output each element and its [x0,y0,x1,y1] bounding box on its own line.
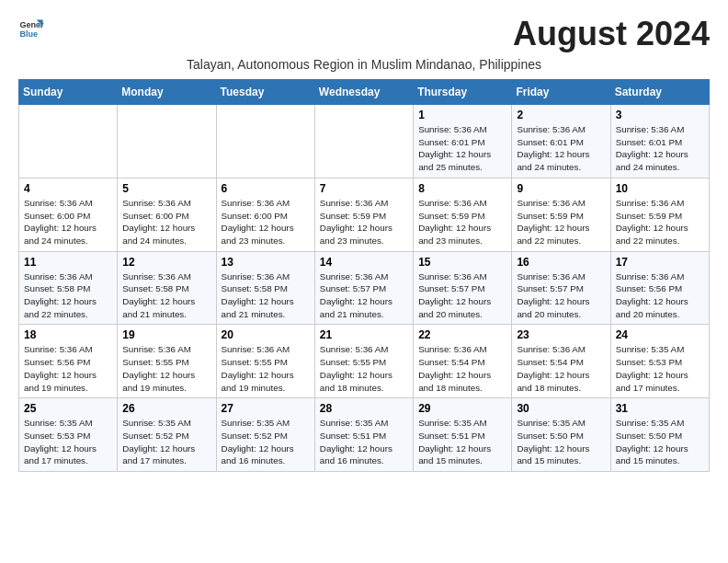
day-info: Sunrise: 5:36 AM Sunset: 5:59 PM Dayligh… [418,197,506,247]
day-number: 28 [320,402,408,415]
day-info: Sunrise: 5:36 AM Sunset: 5:57 PM Dayligh… [418,270,506,321]
calendar-cell: 17Sunrise: 5:36 AM Sunset: 5:56 PM Dayli… [610,251,709,325]
day-info: Sunrise: 5:36 AM Sunset: 6:00 PM Dayligh… [24,197,112,247]
day-number: 9 [517,182,605,195]
day-info: Sunrise: 5:36 AM Sunset: 5:55 PM Dayligh… [222,343,310,394]
calendar-cell: 15Sunrise: 5:36 AM Sunset: 5:57 PM Dayli… [414,251,512,325]
day-of-week-header: Friday [512,80,610,105]
calendar-week-row: 11Sunrise: 5:36 AM Sunset: 5:58 PM Dayli… [19,251,710,325]
calendar-cell: 28Sunrise: 5:35 AM Sunset: 5:51 PM Dayli… [314,398,413,472]
calendar-cell: 1Sunrise: 5:36 AM Sunset: 6:01 PM Daylig… [414,105,512,178]
day-info: Sunrise: 5:36 AM Sunset: 6:01 PM Dayligh… [418,123,506,174]
day-info: Sunrise: 5:36 AM Sunset: 6:01 PM Dayligh… [616,123,704,174]
day-number: 16 [517,256,605,269]
day-number: 14 [320,256,408,269]
svg-text:Blue: Blue [19,29,38,39]
calendar-cell [118,105,216,178]
day-info: Sunrise: 5:36 AM Sunset: 5:58 PM Dayligh… [222,270,310,321]
day-of-week-header: Tuesday [216,80,314,105]
month-title: August 2024 [513,15,710,53]
calendar-cell: 9Sunrise: 5:36 AM Sunset: 5:59 PM Daylig… [512,178,610,251]
calendar-cell: 13Sunrise: 5:36 AM Sunset: 5:58 PM Dayli… [216,251,314,325]
day-of-week-header: Saturday [610,80,709,105]
day-number: 4 [24,182,112,195]
day-number: 15 [418,256,506,269]
calendar-cell: 24Sunrise: 5:35 AM Sunset: 5:53 PM Dayli… [610,325,709,398]
logo: General Blue [18,15,44,40]
day-number: 20 [222,328,310,341]
day-info: Sunrise: 5:35 AM Sunset: 5:51 PM Dayligh… [320,417,408,467]
day-number: 19 [122,328,210,341]
day-of-week-header: Thursday [414,80,512,105]
calendar-cell: 23Sunrise: 5:36 AM Sunset: 5:54 PM Dayli… [512,325,610,398]
day-info: Sunrise: 5:36 AM Sunset: 5:54 PM Dayligh… [517,343,605,394]
day-number: 22 [418,328,506,341]
day-info: Sunrise: 5:36 AM Sunset: 5:59 PM Dayligh… [517,197,605,247]
calendar-week-row: 1Sunrise: 5:36 AM Sunset: 6:01 PM Daylig… [19,105,710,178]
calendar-cell: 7Sunrise: 5:36 AM Sunset: 5:59 PM Daylig… [314,178,413,251]
day-info: Sunrise: 5:36 AM Sunset: 5:55 PM Dayligh… [122,343,210,394]
day-number: 18 [24,328,112,341]
calendar-cell: 27Sunrise: 5:35 AM Sunset: 5:52 PM Dayli… [216,398,314,472]
day-number: 26 [122,402,210,415]
calendar-cell: 10Sunrise: 5:36 AM Sunset: 5:59 PM Dayli… [610,178,709,251]
calendar-cell [216,105,314,178]
day-number: 23 [517,328,605,341]
calendar-week-row: 18Sunrise: 5:36 AM Sunset: 5:56 PM Dayli… [19,325,710,398]
calendar-week-row: 25Sunrise: 5:35 AM Sunset: 5:53 PM Dayli… [19,398,710,472]
day-number: 7 [320,182,408,195]
day-info: Sunrise: 5:36 AM Sunset: 6:00 PM Dayligh… [222,197,310,247]
calendar-cell: 14Sunrise: 5:36 AM Sunset: 5:57 PM Dayli… [314,251,413,325]
calendar-cell: 20Sunrise: 5:36 AM Sunset: 5:55 PM Dayli… [216,325,314,398]
calendar-table: SundayMondayTuesdayWednesdayThursdayFrid… [18,79,710,472]
day-info: Sunrise: 5:35 AM Sunset: 5:50 PM Dayligh… [517,417,605,467]
day-number: 21 [320,328,408,341]
calendar-cell: 8Sunrise: 5:36 AM Sunset: 5:59 PM Daylig… [414,178,512,251]
header: General Blue August 2024 [18,15,710,53]
calendar-cell: 5Sunrise: 5:36 AM Sunset: 6:00 PM Daylig… [118,178,216,251]
day-number: 11 [24,256,112,269]
calendar-cell: 22Sunrise: 5:36 AM Sunset: 5:54 PM Dayli… [414,325,512,398]
day-info: Sunrise: 5:36 AM Sunset: 5:57 PM Dayligh… [320,270,408,321]
calendar-cell: 26Sunrise: 5:35 AM Sunset: 5:52 PM Dayli… [118,398,216,472]
subtitle: Talayan, Autonomous Region in Muslim Min… [18,57,710,72]
day-number: 5 [122,182,210,195]
day-info: Sunrise: 5:36 AM Sunset: 5:57 PM Dayligh… [517,270,605,321]
day-info: Sunrise: 5:36 AM Sunset: 6:01 PM Dayligh… [517,123,605,174]
day-number: 1 [418,109,506,121]
calendar-cell [19,105,118,178]
calendar-cell: 31Sunrise: 5:35 AM Sunset: 5:50 PM Dayli… [610,398,709,472]
day-info: Sunrise: 5:36 AM Sunset: 5:58 PM Dayligh… [122,270,210,321]
day-info: Sunrise: 5:35 AM Sunset: 5:51 PM Dayligh… [418,417,506,467]
calendar-cell: 30Sunrise: 5:35 AM Sunset: 5:50 PM Dayli… [512,398,610,472]
day-info: Sunrise: 5:35 AM Sunset: 5:53 PM Dayligh… [24,417,112,467]
day-of-week-header: Sunday [19,80,118,105]
day-info: Sunrise: 5:36 AM Sunset: 6:00 PM Dayligh… [122,197,210,247]
calendar-week-row: 4Sunrise: 5:36 AM Sunset: 6:00 PM Daylig… [19,178,710,251]
day-info: Sunrise: 5:36 AM Sunset: 5:54 PM Dayligh… [418,343,506,394]
day-number: 24 [616,328,704,341]
day-number: 25 [24,402,112,415]
day-info: Sunrise: 5:36 AM Sunset: 5:59 PM Dayligh… [616,197,704,247]
calendar-cell: 2Sunrise: 5:36 AM Sunset: 6:01 PM Daylig… [512,105,610,178]
calendar-cell: 25Sunrise: 5:35 AM Sunset: 5:53 PM Dayli… [19,398,118,472]
calendar-cell: 6Sunrise: 5:36 AM Sunset: 6:00 PM Daylig… [216,178,314,251]
day-number: 31 [616,402,704,415]
calendar-cell: 16Sunrise: 5:36 AM Sunset: 5:57 PM Dayli… [512,251,610,325]
day-of-week-header: Wednesday [314,80,413,105]
day-info: Sunrise: 5:35 AM Sunset: 5:50 PM Dayligh… [616,417,704,467]
calendar-cell: 3Sunrise: 5:36 AM Sunset: 6:01 PM Daylig… [610,105,709,178]
calendar-cell: 21Sunrise: 5:36 AM Sunset: 5:55 PM Dayli… [314,325,413,398]
day-info: Sunrise: 5:36 AM Sunset: 5:55 PM Dayligh… [320,343,408,394]
day-number: 6 [222,182,310,195]
calendar-cell: 12Sunrise: 5:36 AM Sunset: 5:58 PM Dayli… [118,251,216,325]
day-number: 27 [222,402,310,415]
day-info: Sunrise: 5:36 AM Sunset: 5:59 PM Dayligh… [320,197,408,247]
calendar-cell: 18Sunrise: 5:36 AM Sunset: 5:56 PM Dayli… [19,325,118,398]
calendar-cell: 19Sunrise: 5:36 AM Sunset: 5:55 PM Dayli… [118,325,216,398]
day-number: 13 [222,256,310,269]
day-info: Sunrise: 5:35 AM Sunset: 5:52 PM Dayligh… [222,417,310,467]
day-number: 3 [616,109,704,121]
calendar-header: SundayMondayTuesdayWednesdayThursdayFrid… [19,80,710,105]
day-info: Sunrise: 5:35 AM Sunset: 5:53 PM Dayligh… [616,343,704,394]
